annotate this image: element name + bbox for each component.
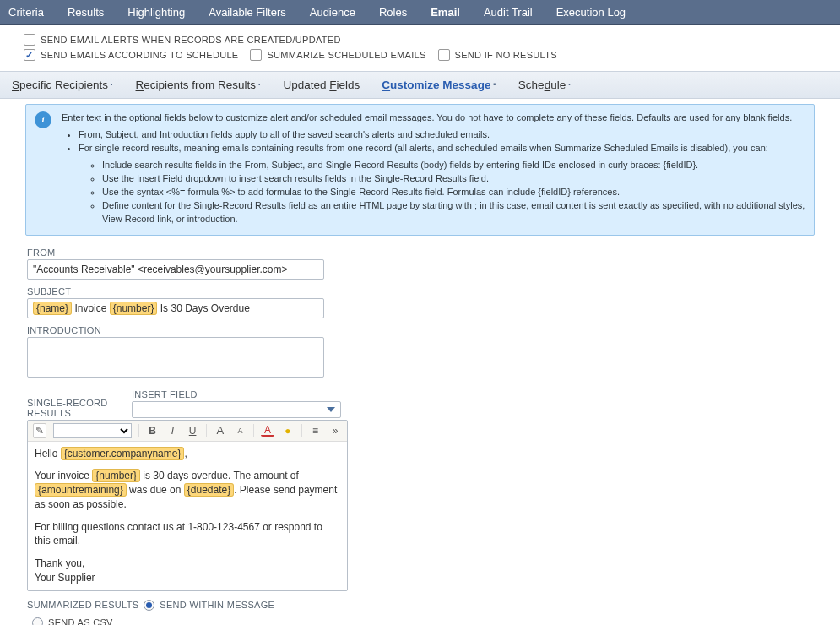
info-box: i Enter text in the optional fields belo… (25, 104, 815, 236)
info-sub-3: Use the syntax <%= formula %> to add for… (102, 186, 805, 199)
tab-email[interactable]: Email (431, 6, 460, 19)
opt-send-csv[interactable]: SEND AS CSV (32, 617, 813, 625)
font-increase-icon[interactable]: A (214, 423, 227, 438)
chk-send-schedule-label: SEND EMAILS ACCORDING TO SCHEDULE (41, 50, 238, 60)
field-token: {number} (110, 302, 158, 315)
info-bullet-2: For single-record results, meaning email… (79, 142, 805, 226)
info-sub-4: Define content for the Single-Record Res… (102, 199, 805, 226)
email-options-row2: SEND EMAILS ACCORDING TO SCHEDULE SUMMAR… (0, 47, 840, 62)
more-icon[interactable]: » (328, 423, 342, 438)
email-subtabbar: Specific Recipients· Recipients from Res… (0, 71, 840, 99)
insert-field-label: INSERT FIELD (132, 389, 341, 399)
subtab-schedule[interactable]: Schedule· (518, 79, 572, 91)
tab-results[interactable]: Results (68, 6, 104, 19)
chk-send-alerts[interactable]: SEND EMAIL ALERTS WHEN RECORDS ARE CREAT… (24, 34, 341, 46)
tab-audience[interactable]: Audience (310, 6, 355, 19)
tab-execution-log[interactable]: Execution Log (556, 6, 626, 19)
chk-summarize[interactable]: SUMMARIZE SCHEDULED EMAILS (250, 49, 425, 61)
italic-icon[interactable]: I (166, 423, 180, 438)
info-sub-2: Use the Insert Field dropdown to insert … (102, 172, 805, 186)
tab-available-filters[interactable]: Available Filters (209, 6, 286, 19)
chk-send-if-no-results[interactable]: SEND IF NO RESULTS (438, 49, 557, 61)
subtab-recipients-from-results[interactable]: Recipients from Results· (136, 79, 262, 91)
summarized-results-row: SUMMARIZED RESULTS SEND WITHIN MESSAGE (27, 600, 813, 611)
highlight-icon[interactable]: ● (281, 423, 295, 438)
info-bullet-1: From, Subject, and Introduction fields a… (79, 128, 805, 142)
chk-send-schedule[interactable]: SEND EMAILS ACCORDING TO SCHEDULE (24, 49, 238, 61)
from-input[interactable]: "Accounts Receivable" <receivables@yours… (27, 259, 324, 280)
info-headline: Enter text in the optional fields below … (62, 112, 792, 122)
opt-send-csv-label: SEND AS CSV (48, 617, 113, 625)
checkbox-icon (24, 34, 35, 46)
info-icon: i (35, 111, 51, 128)
intro-label: INTRODUCTION (27, 325, 813, 335)
source-icon[interactable]: ✎ (33, 423, 46, 438)
font-select[interactable] (53, 423, 132, 438)
chk-send-alerts-label: SEND EMAIL ALERTS WHEN RECORDS ARE CREAT… (41, 35, 341, 45)
subject-label: SUBJECT (27, 286, 813, 296)
field-token: {name} (33, 302, 72, 315)
field-token: {number} (92, 469, 140, 482)
info-sub-1: Include search results fields in the Fro… (102, 159, 805, 172)
radio-send-within[interactable] (144, 600, 154, 611)
tab-criteria[interactable]: Criteria (8, 6, 44, 19)
radio-icon (32, 617, 43, 625)
font-color-icon[interactable]: A (261, 425, 274, 437)
underline-icon[interactable]: U (186, 423, 199, 438)
field-token: {duedate} (184, 483, 234, 497)
rte-toolbar: ✎ B I U A A A ● ≡ » (28, 421, 347, 442)
checkbox-icon (250, 49, 262, 61)
single-record-results-label: SINGLE-RECORD RESULTS (27, 398, 132, 418)
tab-highlighting[interactable]: Highlighting (127, 6, 185, 19)
summarized-results-label: SUMMARIZED RESULTS (27, 600, 138, 610)
customize-form: FROM "Accounts Receivable" <receivables@… (0, 247, 840, 626)
subtab-updated-fields[interactable]: Updated Fields (284, 79, 360, 91)
subject-input[interactable]: {name} Invoice {number} Is 30 Days Overd… (27, 298, 324, 318)
checkbox-icon (24, 49, 35, 61)
rte-body[interactable]: Hello {customer.companyname}, Your invoi… (28, 442, 347, 590)
subtab-specific-recipients[interactable]: Specific Recipients· (12, 79, 114, 91)
single-record-results-editor[interactable]: ✎ B I U A A A ● ≡ » Hello {customer.comp… (27, 420, 348, 591)
font-decrease-icon[interactable]: A (234, 423, 247, 438)
tab-roles[interactable]: Roles (379, 6, 407, 19)
bold-icon[interactable]: B (146, 423, 160, 438)
chk-summarize-label: SUMMARIZE SCHEDULED EMAILS (267, 50, 425, 60)
field-token: {customer.companyname} (61, 447, 185, 460)
subtab-customize-message[interactable]: Customize Message· (382, 79, 496, 91)
main-tabbar: Criteria Results Highlighting Available … (0, 0, 840, 25)
send-within-label: SEND WITHIN MESSAGE (160, 600, 274, 610)
introduction-textarea[interactable] (27, 337, 324, 378)
field-token: {amountremaining} (35, 483, 127, 497)
from-label: FROM (27, 247, 813, 258)
chk-send-if-no-results-label: SEND IF NO RESULTS (455, 50, 557, 60)
chevron-down-icon (327, 407, 335, 412)
checkbox-icon (438, 49, 450, 61)
email-options-row1: SEND EMAIL ALERTS WHEN RECORDS ARE CREAT… (0, 25, 840, 47)
insert-field-dropdown[interactable] (132, 401, 341, 418)
tab-audit-trail[interactable]: Audit Trail (484, 6, 533, 19)
align-icon[interactable]: ≡ (309, 423, 322, 438)
